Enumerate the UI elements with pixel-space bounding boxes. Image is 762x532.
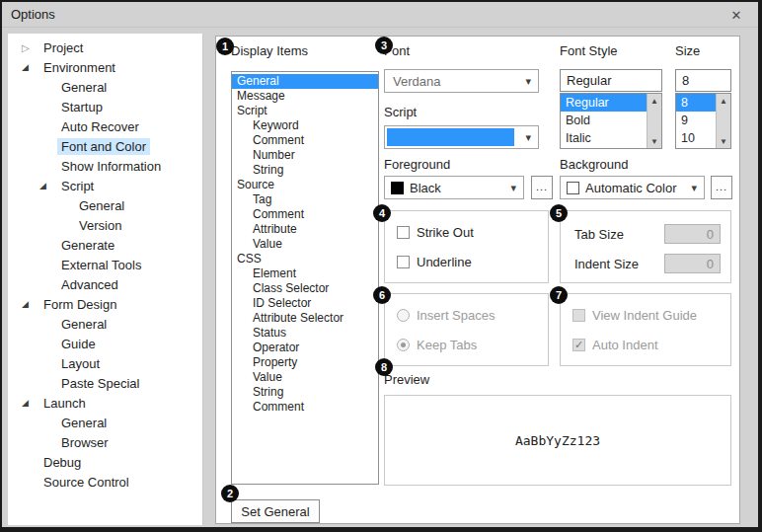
option-item[interactable]: Italic	[561, 129, 647, 147]
keep-tabs-label: Keep Tabs	[417, 338, 477, 352]
display-item[interactable]: Comment	[232, 400, 378, 415]
display-item[interactable]: Value	[232, 370, 378, 385]
display-item[interactable]: Value	[232, 237, 378, 252]
font-style-input[interactable]	[560, 69, 662, 92]
background-color-combo[interactable]: Automatic Color ▾	[560, 176, 705, 199]
tree-item[interactable]: ◢Environment	[8, 57, 202, 77]
option-item[interactable]: 9	[676, 112, 716, 129]
foreground-color-combo[interactable]: Black ▾	[384, 176, 524, 199]
display-item[interactable]: Script	[232, 104, 378, 118]
tree-item-label: Generate	[57, 237, 118, 254]
display-item[interactable]: Tag	[232, 192, 378, 207]
display-item[interactable]: String	[232, 163, 378, 178]
tree-item[interactable]: External Tools	[8, 255, 202, 274]
font-style-scrollbar[interactable]: ▲ ▼	[647, 94, 661, 148]
tree-item[interactable]: Guide	[8, 334, 202, 353]
scroll-down-icon[interactable]: ▼	[720, 134, 727, 148]
insert-spaces-radio[interactable]: Insert Spaces	[397, 308, 495, 323]
checkbox-icon[interactable]	[572, 309, 585, 322]
display-item[interactable]: Comment	[232, 207, 378, 222]
display-item[interactable]: Status	[232, 326, 378, 341]
foreground-more-button[interactable]: ...	[531, 176, 553, 199]
display-item[interactable]: Attribute Selector	[232, 311, 378, 326]
option-item[interactable]: Regular	[561, 94, 647, 112]
tree-item[interactable]: Auto Recover	[8, 116, 202, 136]
font-family-combo[interactable]: Verdana ▾	[384, 69, 539, 93]
scroll-down-icon[interactable]: ▼	[650, 134, 658, 148]
tree-item[interactable]: General	[8, 77, 202, 97]
tree-expanded-icon[interactable]: ◢	[20, 299, 39, 309]
preview-sample-text: AaBbYyZz123	[515, 433, 600, 448]
foreground-label: Foreground	[384, 157, 450, 172]
auto-indent-checkbox[interactable]: ✓ Auto Indent	[572, 338, 658, 352]
radio-selected-icon[interactable]	[397, 339, 410, 351]
tree-item[interactable]: Browser	[8, 432, 202, 452]
display-item[interactable]: Comment	[232, 133, 378, 148]
display-item[interactable]: Keyword	[232, 118, 378, 133]
script-combo[interactable]: ▾	[384, 125, 539, 149]
indent-size-input[interactable]	[664, 254, 721, 273]
tree-item[interactable]: Version	[8, 215, 202, 235]
display-item[interactable]: Attribute	[232, 222, 378, 237]
tree-item-label: Launch	[39, 395, 90, 412]
display-item[interactable]: Property	[232, 355, 378, 370]
checkbox-icon[interactable]	[397, 256, 410, 268]
tree-item[interactable]: Generate	[8, 235, 202, 255]
foreground-color-value: Black	[404, 181, 441, 195]
checkbox-checked-icon[interactable]: ✓	[572, 339, 585, 351]
strike-out-checkbox[interactable]: Strike Out	[397, 225, 474, 240]
callout-2: 2	[221, 485, 239, 502]
font-size-list[interactable]: 8910 ▲ ▼	[675, 93, 731, 149]
option-item[interactable]: 8	[676, 94, 716, 112]
display-item[interactable]: Element	[232, 266, 378, 281]
tree-item[interactable]: General	[8, 195, 202, 215]
tree-item[interactable]: ◢Launch	[8, 393, 202, 413]
display-item[interactable]: CSS	[232, 252, 378, 266]
tree-item[interactable]: General	[8, 314, 202, 334]
font-style-list[interactable]: RegularBoldItalic ▲ ▼	[560, 93, 662, 149]
tree-item[interactable]: ◢Script	[8, 176, 202, 195]
tree-item[interactable]: Paste Special	[8, 373, 202, 393]
display-item[interactable]: General	[232, 74, 378, 89]
display-item[interactable]: Message	[232, 89, 378, 104]
font-size-scrollbar[interactable]: ▲ ▼	[716, 94, 730, 148]
close-icon[interactable]: ✕	[726, 6, 746, 24]
tree-item[interactable]: Source Control	[8, 472, 202, 492]
font-size-input[interactable]	[675, 69, 731, 92]
tree-item[interactable]: ▷Project	[8, 38, 202, 57]
display-item[interactable]: Class Selector	[232, 281, 378, 296]
keep-tabs-radio[interactable]: Keep Tabs	[397, 338, 477, 352]
option-item[interactable]: Bold	[561, 112, 647, 129]
tree-item[interactable]: General	[8, 413, 202, 432]
tree-expanded-icon[interactable]: ◢	[20, 398, 39, 408]
checkbox-icon[interactable]	[397, 226, 410, 239]
scroll-up-icon[interactable]: ▲	[720, 94, 727, 108]
tree-expanded-icon[interactable]: ◢	[38, 181, 57, 190]
tree-item[interactable]: Debug	[8, 452, 202, 472]
radio-icon[interactable]	[397, 309, 410, 322]
view-indent-guide-checkbox[interactable]: View Indent Guide	[572, 308, 697, 323]
set-general-button[interactable]: Set General	[231, 499, 320, 523]
display-item[interactable]: Number	[232, 148, 378, 163]
tree-item[interactable]: Font and Color	[8, 136, 202, 156]
tree-item[interactable]: Show Information	[8, 156, 202, 176]
display-item[interactable]: Source	[232, 178, 378, 192]
display-item[interactable]: ID Selector	[232, 296, 378, 311]
display-item[interactable]: String	[232, 385, 378, 400]
tree-item[interactable]: ◢Form Design	[8, 294, 202, 314]
background-more-button[interactable]: ...	[711, 176, 732, 199]
tree-item[interactable]: Layout	[8, 353, 202, 373]
tree-item-label: Auto Recover	[57, 118, 143, 135]
tree-expanded-icon[interactable]: ◢	[20, 62, 39, 72]
display-items-list[interactable]: GeneralMessageScriptKeywordCommentNumber…	[231, 71, 379, 485]
underline-checkbox[interactable]: Underline	[397, 255, 472, 269]
tree-collapsed-icon[interactable]: ▷	[20, 42, 39, 53]
tree-item-label: Browser	[57, 434, 113, 451]
option-item[interactable]: 10	[676, 129, 716, 147]
display-item[interactable]: Operator	[232, 341, 378, 355]
tree-item[interactable]: Advanced	[8, 274, 202, 294]
indent-group: View Indent Guide ✓ Auto Indent	[560, 293, 731, 366]
scroll-up-icon[interactable]: ▲	[650, 94, 658, 108]
tab-size-input[interactable]	[664, 224, 721, 244]
tree-item[interactable]: Startup	[8, 97, 202, 116]
